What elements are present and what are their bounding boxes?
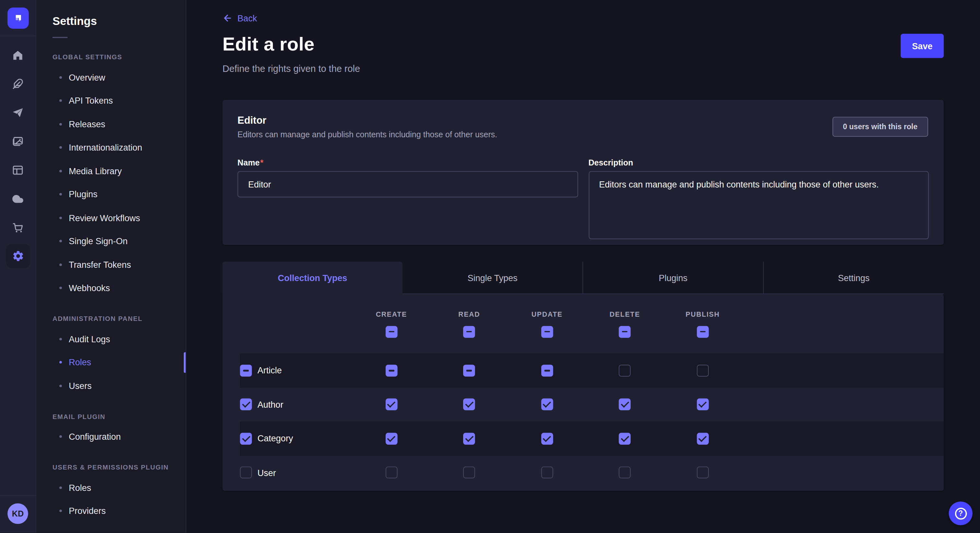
checkbox-user-row[interactable]	[240, 466, 252, 479]
checkbox-all-delete[interactable]	[619, 326, 631, 338]
sidebar-item-configuration[interactable]: Configuration	[36, 425, 186, 448]
section-label: EMAIL PLUGIN	[36, 408, 186, 425]
bullet-icon	[59, 385, 62, 387]
sidebar-item-roles-active[interactable]: Roles	[36, 351, 186, 374]
checkbox-user-read[interactable]	[463, 466, 476, 479]
checkbox-user-create[interactable]	[385, 466, 397, 479]
sidebar-item-media-library[interactable]: Media Library	[36, 159, 186, 182]
column-create: CREATE	[353, 310, 430, 338]
feather-icon[interactable]	[12, 78, 24, 90]
back-link[interactable]: Back	[223, 13, 257, 23]
sidebar-item-webhooks[interactable]: Webhooks	[36, 276, 186, 300]
checkbox-all-publish[interactable]	[697, 326, 709, 338]
settings-gear-tile[interactable]	[6, 244, 30, 268]
table-row-article: Article	[240, 354, 944, 388]
cloud-icon[interactable]	[12, 192, 24, 205]
section-users-permissions-plugin: USERS & PERMISSIONS PLUGIN Roles Provide…	[36, 458, 186, 523]
sidebar-item-overview[interactable]: Overview	[36, 65, 186, 89]
checkbox-author-read[interactable]	[463, 399, 476, 411]
checkbox-all-update[interactable]	[541, 326, 553, 338]
sidebar-item-label: Roles	[69, 482, 91, 493]
column-label: READ	[458, 310, 480, 318]
checkbox-category-row[interactable]	[240, 433, 252, 444]
sidebar-item-label: Releases	[69, 119, 105, 129]
checkbox-all-read[interactable]	[463, 326, 476, 338]
bullet-icon	[59, 263, 62, 266]
checkbox-author-row[interactable]	[240, 399, 252, 411]
role-card-subtitle: Editors can manage and publish contents …	[237, 130, 929, 139]
checkbox-user-update[interactable]	[541, 466, 553, 479]
section-administration-panel: ADMINISTRATION PANEL Audit Logs Roles Us…	[36, 310, 186, 398]
sidebar-item-up-roles[interactable]: Roles	[36, 476, 186, 499]
column-label: PUBLISH	[686, 310, 720, 318]
sidebar-item-transfer-tokens[interactable]: Transfer Tokens	[36, 253, 186, 276]
name-input[interactable]	[237, 171, 578, 197]
checkbox-category-update[interactable]	[541, 433, 553, 444]
bullet-icon	[59, 361, 62, 364]
column-label: DELETE	[609, 310, 640, 318]
sidebar-item-label: Plugins	[69, 189, 97, 200]
checkbox-category-publish[interactable]	[697, 433, 709, 444]
bullet-icon	[59, 338, 62, 340]
tab-settings[interactable]: Settings	[763, 262, 944, 294]
checkbox-author-create[interactable]	[385, 399, 397, 411]
bullet-icon	[59, 123, 62, 125]
sidebar-item-label: Media Library	[69, 166, 122, 176]
bullet-icon	[59, 193, 62, 195]
checkbox-article-publish[interactable]	[697, 365, 709, 377]
tab-single-types[interactable]: Single Types	[402, 262, 582, 294]
home-icon[interactable]	[12, 49, 24, 61]
sidebar-item-review-workflows[interactable]: Review Workflows	[36, 206, 186, 229]
sidebar-item-label: Single Sign-On	[69, 236, 128, 246]
media-library-icon[interactable]	[12, 135, 24, 148]
checkbox-article-create[interactable]	[385, 365, 397, 377]
sidebar-item-label: Review Workflows	[69, 213, 140, 223]
column-read: READ	[430, 310, 508, 338]
bullet-icon	[59, 436, 62, 438]
sidebar-item-single-sign-on[interactable]: Single Sign-On	[36, 230, 186, 253]
sidebar-item-releases[interactable]: Releases	[36, 113, 186, 136]
checkbox-all-create[interactable]	[385, 326, 397, 338]
sidebar-item-plugins[interactable]: Plugins	[36, 182, 186, 206]
checkbox-article-delete[interactable]	[619, 365, 631, 377]
checkbox-article-update[interactable]	[541, 365, 553, 377]
permissions-panel: CREATE READ UPDATE DELETE PUBLISH	[223, 294, 944, 490]
checkbox-user-delete[interactable]	[619, 466, 631, 479]
column-label: UPDATE	[531, 310, 563, 318]
strapi-logo-container[interactable]	[0, 0, 36, 36]
checkbox-article-row[interactable]	[240, 365, 252, 377]
bullet-icon	[59, 217, 62, 219]
checkbox-author-delete[interactable]	[619, 399, 631, 411]
description-label: Description	[589, 158, 929, 167]
checkbox-category-delete[interactable]	[619, 433, 631, 444]
sidebar-item-up-providers[interactable]: Providers	[36, 499, 186, 523]
bullet-icon	[59, 486, 62, 489]
tab-plugins[interactable]: Plugins	[582, 262, 763, 294]
layout-icon[interactable]	[12, 163, 24, 176]
section-label: ADMINISTRATION PANEL	[36, 310, 186, 327]
checkbox-category-create[interactable]	[385, 433, 397, 444]
user-avatar[interactable]: KD	[8, 503, 28, 524]
name-field-group: Name*	[237, 158, 578, 241]
checkbox-user-publish[interactable]	[697, 466, 709, 479]
save-button[interactable]: Save	[901, 34, 944, 58]
checkbox-author-update[interactable]	[541, 399, 553, 411]
paper-plane-icon[interactable]	[12, 106, 24, 119]
settings-gear-icon	[12, 250, 24, 262]
tab-collection-types[interactable]: Collection Types	[223, 262, 402, 294]
checkbox-article-read[interactable]	[463, 365, 476, 377]
page-title: Edit a role	[223, 34, 315, 55]
sidebar-item-internationalization[interactable]: Internationalization	[36, 136, 186, 159]
sidebar-item-api-tokens[interactable]: API Tokens	[36, 89, 186, 113]
sidebar-item-users[interactable]: Users	[36, 374, 186, 397]
sidebar-item-audit-logs[interactable]: Audit Logs	[36, 327, 186, 351]
row-label: Author	[258, 400, 283, 409]
checkbox-author-publish[interactable]	[697, 399, 709, 411]
description-field-group: Description Editors can manage and publi…	[589, 158, 929, 241]
rail-icon-list	[6, 36, 30, 268]
description-textarea[interactable]: Editors can manage and publish contents …	[589, 171, 929, 239]
checkbox-category-read[interactable]	[463, 433, 476, 444]
marketplace-cart-icon[interactable]	[12, 221, 24, 234]
users-with-role-badge[interactable]: 0 users with this role	[832, 117, 928, 137]
bullet-icon	[59, 510, 62, 512]
